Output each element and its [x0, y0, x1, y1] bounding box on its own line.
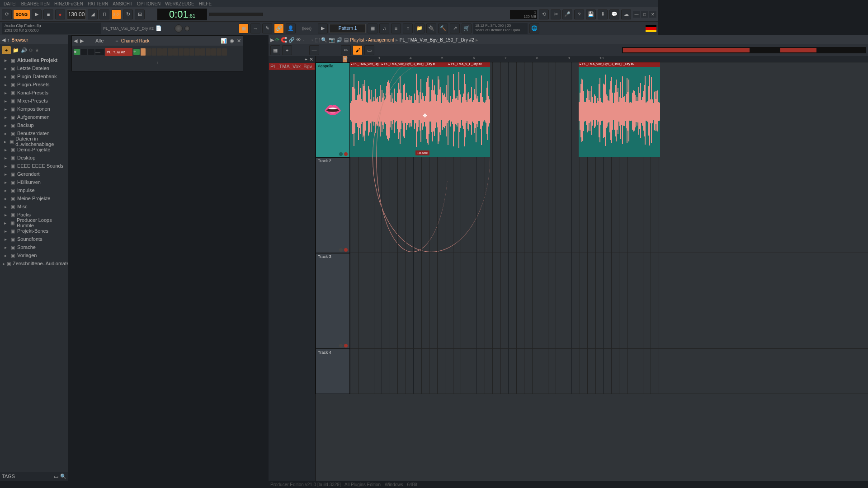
- pl-magnet-icon[interactable]: 🧲: [281, 37, 287, 43]
- tool1-button[interactable]: 🔨: [438, 23, 448, 33]
- time-display[interactable]: 0:01 :61: [157, 9, 207, 20]
- pl-speaker-icon[interactable]: 🔊: [336, 37, 343, 43]
- step-edit-button[interactable]: ⊞: [135, 9, 145, 19]
- collapse-icon[interactable]: ◀: [2, 37, 5, 43]
- pl-add-button[interactable]: +: [282, 45, 292, 55]
- track-lane-2[interactable]: [350, 157, 658, 253]
- tree-item[interactable]: ▸▣Soundfonts: [0, 235, 68, 243]
- pl-cam-icon[interactable]: 📷: [329, 37, 335, 43]
- language-flag[interactable]: [646, 25, 656, 32]
- song-mode-button[interactable]: SONG: [14, 10, 30, 19]
- track-mute-dot[interactable]: [339, 152, 343, 156]
- wait-input-button[interactable]: ⊓: [99, 9, 109, 19]
- audio-clip[interactable]: ▸ PL_TMA_Vox_Bg: [350, 62, 381, 157]
- tools-button[interactable]: ✂: [551, 9, 561, 19]
- clip-header[interactable]: ▸ PL_TMA_Vox_Bg: [350, 62, 381, 67]
- chrack-graph-icon[interactable]: 📊: [221, 38, 227, 44]
- master-volume-knob[interactable]: [175, 24, 183, 33]
- picker-clip-item[interactable]: PL_TMA_Vox_Bgv_B.. + ◀: [269, 63, 315, 70]
- stop-button[interactable]: ■: [43, 9, 53, 19]
- clip-header[interactable]: ▸ PL_TMA_Vox_Bgv_B_150_F_Dry #2: [579, 62, 658, 67]
- render-button[interactable]: ⬇: [598, 9, 608, 19]
- help-button[interactable]: ?: [574, 9, 584, 19]
- clip-header[interactable]: ▸ PL_TMA_Vox_Bgv_B_150_F_Dry #: [381, 62, 448, 67]
- track-header-1[interactable]: Acapella 👄: [316, 62, 350, 157]
- track-1-name[interactable]: Acapella: [316, 63, 349, 69]
- tree-item[interactable]: ▸▣Gerendert: [0, 170, 68, 178]
- clip-header[interactable]: ▸ PL_TMA_V_F_Dry #2: [448, 62, 490, 67]
- step-button[interactable]: [179, 48, 184, 56]
- tree-item[interactable]: ▸▣Hüllkurven: [0, 178, 68, 186]
- track-lane-1[interactable]: ▸ PL_TMA_Vox_Bg▸ PL_TMA_Vox_Bgv_B_150_F_…: [350, 62, 658, 157]
- pl-draw-tool[interactable]: ✏: [341, 45, 351, 55]
- tree-item[interactable]: ▸▣Aufgenommen: [0, 113, 68, 121]
- channel-name-button[interactable]: PL_T..ry #2: [105, 48, 132, 56]
- menu-bearbeiten[interactable]: BEARBEITEN: [19, 1, 52, 6]
- master-pitch-knob[interactable]: [184, 26, 190, 31]
- browser-tree[interactable]: ▸▣Aktuelles Projekt▸▣Letzte Dateien▸▣Plu…: [0, 56, 68, 369]
- chat-button[interactable]: 💬: [609, 9, 619, 19]
- folder-icon[interactable]: 📁: [13, 47, 19, 53]
- mixer-button[interactable]: ⎍: [403, 23, 413, 33]
- step-button[interactable]: [200, 48, 205, 56]
- plugin-button[interactable]: 🔌: [426, 23, 436, 33]
- pl-edit-button[interactable]: —: [309, 45, 319, 55]
- refresh-icon[interactable]: ⟳: [29, 47, 33, 53]
- tree-item[interactable]: ▸▣Impulse: [0, 186, 68, 194]
- tree-item[interactable]: ▸▣Desktop: [0, 154, 68, 162]
- menu-datei[interactable]: DATEI: [2, 1, 19, 6]
- tree-item[interactable]: ▸▣EEEE EEEE Sounds: [0, 162, 68, 170]
- track-mute-dot[interactable]: [339, 344, 343, 347]
- audio-icon[interactable]: 🔊: [21, 47, 27, 53]
- mic-button[interactable]: 🎤: [562, 9, 572, 19]
- countdown-button[interactable]: 3·2: [111, 9, 121, 19]
- add-channel-button[interactable]: +: [72, 58, 243, 67]
- play-indicator[interactable]: ▶: [318, 23, 328, 33]
- step-button[interactable]: [206, 48, 211, 56]
- panic-button[interactable]: ⟳: [2, 9, 12, 19]
- close-button[interactable]: ✕: [649, 11, 656, 18]
- step-button[interactable]: [211, 48, 216, 56]
- track-solo-dot[interactable]: [344, 152, 348, 156]
- tree-item[interactable]: ▸▣Plugin-Presets: [0, 80, 68, 89]
- pl-link-icon[interactable]: 🔗: [288, 37, 295, 43]
- pl-sync-icon[interactable]: ⟳: [275, 37, 279, 43]
- picker-add-icon[interactable]: +: [305, 56, 307, 62]
- tool2-button[interactable]: ↗: [450, 23, 460, 33]
- audio-clip[interactable]: ▸ PL_TMA_Vox_Bgv_B_150_F_Dry #2: [579, 62, 658, 157]
- picker-close-icon[interactable]: ✕: [309, 56, 313, 62]
- pl-grid-button[interactable]: ▦: [270, 45, 280, 55]
- menu-optionen[interactable]: OPTIONEN: [135, 1, 162, 6]
- step-button[interactable]: [173, 48, 178, 56]
- step-button[interactable]: [157, 48, 162, 56]
- chrack-knob-icon[interactable]: ◉: [230, 38, 234, 44]
- pl-paint-tool[interactable]: 🖌: [353, 45, 363, 55]
- channel-route-button[interactable]: +: [133, 49, 140, 55]
- browser-add-button[interactable]: +: [2, 46, 11, 54]
- chrack-close-icon[interactable]: ✕: [237, 38, 241, 44]
- track-solo-dot[interactable]: [344, 248, 348, 252]
- tree-item[interactable]: ▸▣Aktuelles Projekt: [0, 56, 68, 64]
- pl-zoom-icon[interactable]: 🔍: [321, 37, 327, 43]
- metronome-button[interactable]: ◢: [88, 9, 98, 19]
- track-3-name[interactable]: Track 3: [316, 253, 349, 260]
- cpu-meter[interactable]: 1 125 MB: [510, 10, 537, 19]
- pattern-selector[interactable]: Pattern 1: [330, 24, 366, 33]
- tree-item[interactable]: ▸▣Kanal-Presets: [0, 89, 68, 97]
- pl-back-icon[interactable]: ←: [302, 37, 307, 42]
- step-button[interactable]: [217, 48, 222, 56]
- pencil-icon[interactable]: ✎: [262, 23, 272, 33]
- pl-view-button[interactable]: ▭: [364, 45, 374, 55]
- channel-pan-knob[interactable]: [81, 49, 87, 55]
- chrack-menu-icon[interactable]: ≡: [115, 38, 118, 43]
- track-solo-dot[interactable]: [344, 344, 348, 347]
- track-header-4[interactable]: Track 4: [316, 349, 350, 369]
- globe-icon[interactable]: 🌐: [529, 23, 539, 33]
- track-4-name[interactable]: Track 4: [316, 349, 349, 356]
- tree-item[interactable]: ▸▣Dateien in d..wischenablage: [0, 137, 68, 145]
- sync-button[interactable]: ⟲: [539, 9, 549, 19]
- tree-item[interactable]: ▸▣Sprache: [0, 243, 68, 251]
- tree-item[interactable]: ▸▣Producer Loops Rumble: [0, 219, 68, 227]
- pl-sel-icon[interactable]: ⬚: [315, 37, 320, 43]
- tempo-display[interactable]: 130.00: [67, 9, 86, 19]
